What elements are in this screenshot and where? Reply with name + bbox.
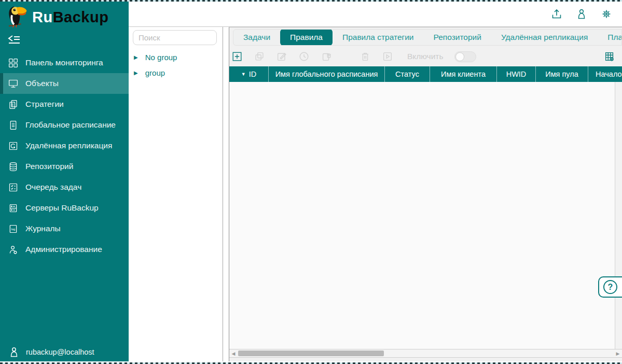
tabs-row: Задачи Правила Правила стратегии Репозит… [233,29,622,46]
tree-item-group[interactable]: ▶ group [129,65,223,80]
sidebar-item-label: Очередь задач [25,183,81,192]
sidebar-item-dashboard[interactable]: Панель мониторинга [0,52,129,73]
add-icon[interactable] [231,51,243,62]
copy-icon[interactable] [254,51,265,62]
tree-item-label: No group [145,53,177,62]
toggle-knob [455,52,464,61]
vertical-scrollbar-gutter [615,82,622,349]
enable-toggle[interactable] [454,51,476,62]
copy-pool-icon[interactable] [321,51,332,62]
upload-icon[interactable] [550,8,563,20]
tab-repository[interactable]: Репозиторий [424,29,491,46]
sidebar-item-label: Репозиторий [25,162,73,171]
horizontal-scrollbar[interactable]: ◀ ▶ [229,349,622,358]
table-header: ▼ ID Имя глобального расписания Статус И… [229,66,622,82]
delete-icon[interactable] [360,51,371,62]
brand-title: RuBackup [32,9,108,26]
task-queue-icon [8,182,19,193]
toolbar: Включить [231,47,622,66]
tree-item-no-group[interactable]: ▶ No group [129,49,223,65]
user-icon [9,347,19,357]
administration-icon [8,244,19,255]
sort-desc-icon[interactable]: ▼ [241,72,246,77]
strategies-icon [8,99,19,110]
current-user[interactable]: rubackup@localhost [0,347,94,357]
sidebar-item-label: Объекты [25,79,59,88]
column-label: Имя пула [545,70,578,78]
sidebar-item-label: Серверы RuBackup [25,203,99,213]
sidebar-item-servers[interactable]: Серверы RuBackup [0,198,129,218]
search-input[interactable] [133,30,217,45]
sidebar: RuBackup Панель мониторинга Объекты Стра… [0,2,129,361]
scroll-left-icon[interactable]: ◀ [229,349,238,357]
column-label: Начало периода [596,70,622,78]
objects-icon [8,78,19,89]
column-label: HWID [506,70,527,78]
sidebar-item-remote-replication[interactable]: Удалённая репликация [0,135,129,156]
column-label: Статус [395,70,419,78]
column-label: Имя глобального расписания [275,70,378,78]
groups-tree: ▶ No group ▶ group [129,49,223,80]
tab-recovery-plan[interactable]: План восстановления [598,29,622,46]
toucan-logo-icon [6,4,28,30]
column-header-hwid[interactable]: HWID [497,66,536,82]
tab-remote-replication[interactable]: Удалённая репликация [491,29,598,46]
column-header-pool-name[interactable]: Имя пула [536,66,588,82]
column-header-client-name[interactable]: Имя клиента [430,66,497,82]
servers-icon [8,203,19,214]
table-settings-icon[interactable] [604,51,615,62]
collapse-sidebar-icon[interactable] [7,34,21,46]
scroll-right-icon[interactable]: ▶ [614,349,622,357]
top-header [129,2,622,27]
main-panel: Задачи Правила Правила стратегии Репозит… [229,27,622,361]
tab-tasks[interactable]: Задачи [233,29,280,46]
sidebar-item-label: Стратегии [25,100,64,109]
sidebar-item-label: Удалённая репликация [25,141,112,150]
sidebar-nav: Панель мониторинга Объекты Стратегии Гло… [0,52,129,260]
chevron-right-icon[interactable]: ▶ [134,54,138,60]
replication-icon [8,141,19,151]
user-icon[interactable] [575,8,588,20]
table-body-empty [229,82,622,349]
edit-icon[interactable] [276,51,287,62]
tab-strategy-rules[interactable]: Правила стратегии [333,29,424,46]
scrollbar-thumb[interactable] [238,351,384,356]
tab-rules[interactable]: Правила [280,29,333,46]
logs-icon: log [8,223,19,234]
enable-label: Включить [407,52,444,61]
global-schedule-icon [8,120,19,131]
sidebar-item-task-queue[interactable]: Очередь задач [0,177,129,198]
sidebar-item-administration[interactable]: Администрирование [0,239,129,260]
help-button[interactable]: ? [598,276,622,298]
sidebar-item-logs[interactable]: log Журналы [0,218,129,239]
column-header-id[interactable]: ▼ ID [229,66,269,82]
svg-text:log: log [11,227,16,230]
sidebar-item-strategies[interactable]: Стратегии [0,94,129,115]
clock-icon[interactable] [298,51,310,62]
tree-item-label: group [145,68,165,77]
gear-icon[interactable] [600,8,613,20]
column-label: ID [249,70,257,78]
sidebar-item-repository[interactable]: Репозиторий [0,156,129,177]
sidebar-item-label: Панель мониторинга [25,58,103,67]
column-header-schedule-name[interactable]: Имя глобального расписания [269,66,385,82]
run-icon[interactable] [382,51,393,62]
repository-icon [8,161,19,172]
current-user-label: rubackup@localhost [26,348,94,356]
column-header-status[interactable]: Статус [385,66,430,82]
column-header-period-start[interactable]: Начало периода [588,66,622,82]
sidebar-item-label: Глобальное расписание [25,120,116,130]
sidebar-item-objects[interactable]: Объекты [0,73,129,94]
sidebar-item-global-schedule[interactable]: Глобальное расписание [0,115,129,135]
chevron-right-icon[interactable]: ▶ [134,70,138,76]
sidebar-item-label: Администрирование [25,245,102,254]
selection-marquee-top [0,0,622,2]
sidebar-item-label: Журналы [25,224,61,233]
dashboard-icon [8,58,19,68]
question-icon: ? [603,280,617,294]
column-label: Имя клиента [441,70,486,78]
groups-panel: ▶ No group ▶ group [129,27,223,361]
logo: RuBackup [0,2,129,29]
